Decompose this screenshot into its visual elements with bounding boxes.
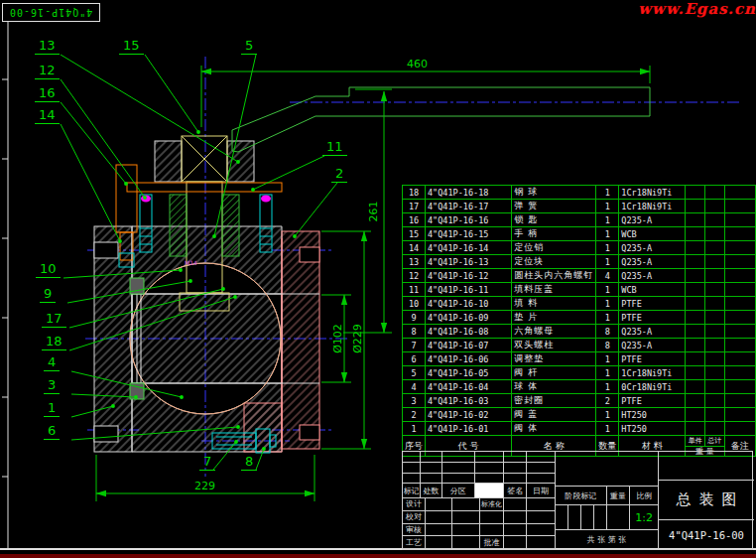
part-code: 4"Q41P-16-12 [426,269,512,283]
callout-3: 3 [44,378,60,394]
part-unit-weight [686,297,705,311]
label-process: 工艺 [403,536,426,549]
part-material: Q235-A [619,325,686,339]
part-name: 定位销 [512,241,596,255]
part-total-weight [705,186,725,200]
parts-table-row: 8 4"Q41P-16-08 六角螺母 8 Q235-A [403,325,756,339]
part-material: PTFE [619,394,686,408]
part-code: 4"Q41P-16-08 [426,325,512,339]
label-check: 校对 [403,511,426,524]
part-qty: 1 [596,311,619,325]
part-name: 圆柱头内六角螺钉 [512,269,596,283]
part-qty: 8 [596,325,619,339]
part-material: PTFE [619,352,686,366]
part-unit-weight [686,200,705,213]
callout-14: 14 [35,108,60,124]
company-box [659,452,754,481]
callout-9: 9 [40,287,56,303]
part-no: 15 [403,227,426,241]
part-total-weight [705,255,725,269]
part-unit-weight [686,283,705,297]
part-code: 4"Q41P-16-11 [426,283,512,297]
callout-13: 13 [35,39,60,55]
part-material: 1Cr18Ni9Ti [619,186,686,200]
part-total-weight [705,269,725,283]
change-file-cell [475,484,505,498]
part-unit-weight [686,422,705,436]
part-no: 8 [403,325,426,339]
part-code: 4"Q41P-16-16 [426,213,512,227]
part-material: 1Cr18Ni9Ti [619,200,686,213]
drawing-number: 4"Q41P-16-00 [659,520,754,549]
part-no: 7 [403,339,426,352]
callout-6: 6 [44,424,60,440]
part-unit-weight [686,269,705,283]
part-material: Q235-A [619,255,686,269]
part-no: 1 [403,422,426,436]
callout-11: 11 [322,140,347,156]
parts-table-row: 10 4"Q41P-16-10 填 料 1 PTFE [403,297,756,311]
part-unit-weight [686,255,705,269]
part-remark [724,283,755,297]
parts-table-row: 16 4"Q41P-16-16 锁 匙 1 Q235-A [403,213,756,227]
parts-table-row: 11 4"Q41P-16-11 填料压盖 1 WCB [403,283,756,297]
part-unit-weight [686,227,705,241]
part-name: 双头螺柱 [512,339,596,352]
part-qty: 1 [596,241,619,255]
part-unit-weight [686,186,705,200]
label-design: 设计 [403,498,426,511]
callout-18: 18 [42,335,66,350]
dimension-center-height: 261 [368,202,380,222]
part-remark [724,380,755,394]
bolt-nut-right [261,196,271,203]
part-material: Q235-A [619,339,686,352]
part-code: 4"Q41P-16-04 [426,380,512,394]
part-qty: 1 [596,352,619,366]
stage-value-row: 1:2 [556,505,658,530]
part-code: 4"Q41P-16-03 [426,394,512,408]
sheet-info: 共 张 第 张 [556,530,658,549]
part-name: 钢 球 [512,186,596,200]
callout-4: 4 [44,355,60,371]
label-date: 日期 [527,484,555,498]
part-qty: 1 [596,255,619,269]
part-qty: 1 [596,422,619,436]
cad-drawing-viewport: www.Egas.cn 4"Q41P-16-00 13 12 16 14 15 … [0,0,756,558]
label-sign: 签名 [504,484,527,498]
callout-5: 5 [241,39,257,55]
part-unit-weight [686,408,705,422]
part-code: 4"Q41P-16-18 [426,186,512,200]
callout-8: 8 [241,455,257,471]
part-no: 2 [403,408,426,422]
part-total-weight [705,422,725,436]
part-no: 18 [403,186,426,200]
part-unit-weight [686,380,705,394]
part-name: 阀 杆 [512,366,596,380]
part-qty: 1 [596,213,619,227]
part-no: 12 [403,269,426,283]
part-code: 4"Q41P-16-05 [426,366,512,380]
part-qty: 1 [596,200,619,213]
part-material: PTFE [619,297,686,311]
part-total-weight [705,325,725,339]
part-name: 垫 片 [512,311,596,325]
dimension-body-length: 229 [194,481,215,492]
parts-table-row: 15 4"Q41P-16-15 手 柄 1 WCB [403,227,756,241]
part-total-weight [705,241,725,255]
part-total-weight [705,366,725,380]
part-total-weight [705,227,725,241]
part-remark [724,311,755,325]
part-material: 0Cr18Ni9Ti [619,380,686,394]
title-block-stage-area: 阶段标记 重量 比例 1:2 共 张 第 张 [556,452,659,549]
signature-row-design: 设计 标准化 [403,498,555,511]
part-remark [724,269,755,283]
part-name: 填 料 [512,297,596,311]
title-block: 标记 处数 分区 签名 日期 设计 标准化 校对 审核 [402,451,753,550]
revision-row [403,463,555,474]
part-no: 14 [403,241,426,255]
part-material: WCB [619,283,686,297]
part-no: 16 [403,213,426,227]
part-remark [724,325,755,339]
part-no: 11 [403,283,426,297]
part-no: 6 [403,352,426,366]
